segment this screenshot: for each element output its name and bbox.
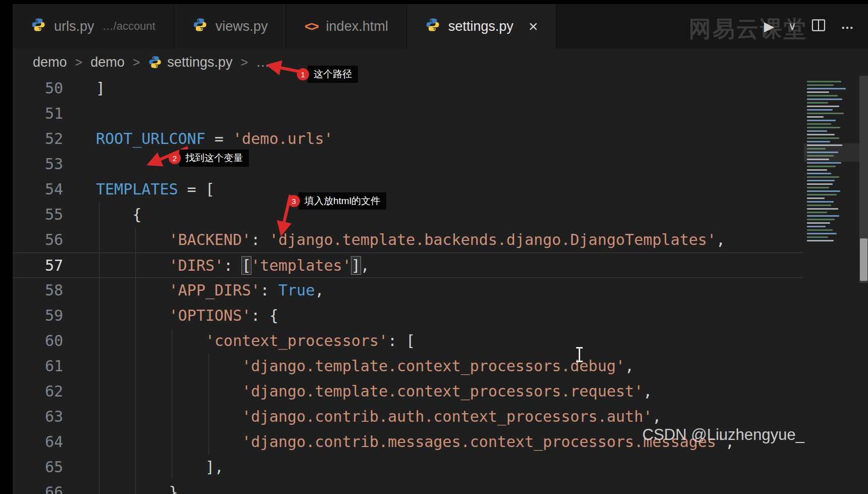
breadcrumb-items: demo>demo>settings.py>… — [33, 55, 270, 70]
indent-guide — [135, 455, 136, 480]
tab-detail: …/account — [103, 20, 156, 33]
line-number[interactable]: 55 — [13, 202, 63, 227]
minimap-slider[interactable] — [804, 143, 859, 162]
breadcrumb-label: demo — [90, 55, 125, 70]
scrollbar-thumb[interactable] — [860, 238, 867, 281]
code-line[interactable]: 52ROOT_URLCONF = 'demo.urls' — [13, 126, 803, 152]
code-line[interactable]: 65 ], — [13, 455, 803, 480]
breadcrumb-item[interactable]: settings.py — [148, 55, 232, 70]
code-text[interactable]: 'DIRS': ['templates'], — [63, 253, 803, 277]
line-number[interactable]: 58 — [13, 278, 63, 303]
minimap-line — [807, 123, 831, 125]
minimap[interactable] — [804, 79, 859, 241]
indent-guide — [99, 278, 99, 303]
code-text[interactable]: 'APP_DIRS': True, — [63, 278, 803, 303]
line-number[interactable]: 64 — [13, 429, 63, 455]
code-text[interactable]: }, — [63, 480, 803, 494]
indent-guide — [135, 227, 136, 253]
line-number[interactable]: 63 — [13, 404, 63, 429]
code-text[interactable]: 'django.template.context_processors.debu… — [63, 354, 803, 379]
split-editor-icon[interactable] — [810, 17, 827, 35]
code-text[interactable]: { — [63, 202, 803, 227]
code-line[interactable]: 55 { — [13, 202, 803, 227]
code-text[interactable] — [63, 101, 803, 126]
code-line[interactable]: 57 'DIRS': ['templates'], — [13, 253, 803, 278]
tab-label: settings.py — [448, 19, 514, 34]
line-number[interactable]: 53 — [13, 152, 63, 177]
minimap-line — [807, 169, 827, 171]
token: : — [251, 231, 269, 249]
token: : — [224, 257, 242, 274]
indent-guide — [172, 455, 172, 480]
code-line[interactable]: 56 'BACKEND': 'django.template.backends.… — [13, 227, 803, 253]
annotation-label-3: 填入放html的文件 — [298, 192, 386, 210]
line-number[interactable]: 52 — [13, 126, 63, 152]
line-number[interactable]: 57 — [13, 253, 63, 277]
chevron-right-icon: > — [75, 55, 83, 70]
scrollbar[interactable] — [859, 76, 868, 494]
run-button[interactable]: ▶ — [764, 20, 774, 33]
code-text[interactable]: TEMPLATES = [ — [63, 177, 803, 202]
code-line[interactable]: 53 — [13, 152, 803, 177]
code-text[interactable]: 'OPTIONS': { — [63, 303, 803, 328]
annotation-badge-1: 1 这个路径 — [297, 66, 358, 83]
breadcrumb-item[interactable]: demo — [90, 55, 125, 70]
code-text[interactable]: 'BACKEND': 'django.template.backends.dja… — [63, 227, 803, 253]
tab-index-html[interactable]: <>index.html — [286, 4, 406, 48]
token — [96, 307, 169, 324]
breadcrumb-label: settings.py — [167, 55, 232, 70]
minimap-line — [807, 91, 829, 93]
line-number[interactable]: 62 — [13, 379, 63, 404]
indent-guide — [99, 379, 99, 404]
line-number[interactable]: 66 — [13, 480, 63, 494]
code-line[interactable]: 60 'context_processors': [ — [13, 328, 803, 354]
tab-views-py[interactable]: views.py — [174, 4, 287, 48]
minimap-line — [807, 162, 841, 164]
line-number[interactable]: 56 — [13, 227, 63, 253]
minimap-line — [807, 226, 826, 227]
chevron-right-icon: > — [133, 55, 140, 70]
minimap-line — [807, 120, 836, 121]
code-line[interactable]: 66 }, — [13, 480, 803, 494]
code-line[interactable]: 54TEMPLATES = [ — [13, 177, 803, 202]
code-line[interactable]: 58 'APP_DIRS': True, — [13, 278, 803, 303]
code-text[interactable]: ROOT_URLCONF = 'demo.urls' — [63, 126, 803, 152]
token: [ — [242, 257, 251, 274]
close-icon[interactable]: × — [529, 18, 538, 34]
breadcrumb-item[interactable]: … — [256, 55, 270, 70]
code-text[interactable]: 'context_processors': [ — [63, 328, 803, 354]
more-actions-icon[interactable]: … — [841, 18, 855, 31]
tab-urls-py[interactable]: urls.py…/account — [13, 4, 174, 48]
text-cursor-icon — [579, 348, 580, 362]
editor-actions: ▶ ∨ … — [764, 4, 855, 48]
line-number[interactable]: 61 — [13, 354, 63, 379]
minimap-line — [807, 173, 831, 174]
token: 'demo.urls' — [233, 130, 333, 147]
code-text[interactable]: ] — [63, 76, 803, 101]
indent-guide — [99, 480, 99, 494]
chevron-down-icon[interactable]: ∨ — [788, 21, 796, 32]
line-number[interactable]: 54 — [13, 177, 63, 202]
line-number[interactable]: 59 — [13, 303, 63, 328]
line-number[interactable]: 65 — [13, 455, 63, 480]
minimap-line — [807, 208, 838, 210]
indent-guide — [99, 227, 99, 253]
token: }, — [96, 483, 187, 494]
tab-settings-py[interactable]: settings.py× — [407, 4, 557, 48]
token: = — [206, 130, 233, 147]
code-text[interactable]: 'django.template.context_processors.requ… — [63, 379, 803, 404]
minimap-line — [807, 102, 828, 104]
line-number[interactable]: 50 — [13, 76, 63, 101]
minimap-line — [807, 134, 835, 135]
code-line[interactable]: 50] — [13, 76, 803, 101]
breadcrumb-item[interactable]: demo — [33, 55, 67, 70]
code-line[interactable]: 62 'django.template.context_processors.r… — [13, 379, 803, 404]
line-number[interactable]: 60 — [13, 328, 63, 354]
minimap-line — [807, 166, 836, 167]
code-line[interactable]: 61 'django.template.context_processors.d… — [13, 354, 803, 379]
code-line[interactable]: 59 'OPTIONS': { — [13, 303, 803, 328]
code-line[interactable]: 51 — [13, 101, 803, 126]
minimap-line — [807, 222, 830, 224]
line-number[interactable]: 51 — [13, 101, 63, 126]
code-text[interactable]: ], — [63, 455, 803, 480]
